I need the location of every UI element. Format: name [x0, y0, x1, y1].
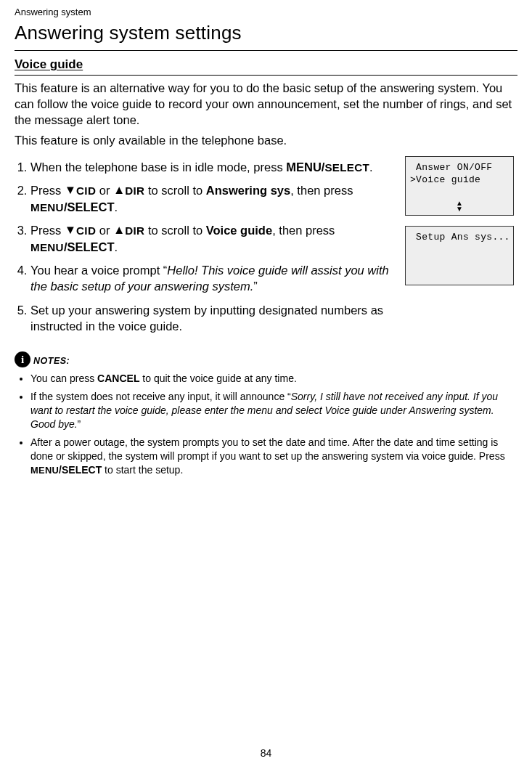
note-2: If the system does not receive any input… — [30, 390, 517, 431]
note-3: After a power outage, the system prompts… — [30, 436, 517, 477]
down-triangle-icon: ▼ — [65, 182, 76, 198]
steps-list: When the telephone base is in idle mode,… — [15, 159, 396, 335]
lcd1-line2: >Voice guide — [410, 174, 509, 187]
page-number: 84 — [0, 746, 532, 760]
step-1: When the telephone base is in idle mode,… — [30, 159, 396, 176]
lcd1-scroll-arrows-icon: ▲▼ — [406, 200, 513, 212]
notes-list: You can press CANCEL to quit the voice g… — [15, 372, 517, 476]
subheading: Voice guide — [15, 57, 517, 73]
lcd-screen-2: Setup Ans sys... — [405, 226, 514, 285]
lcd-screen-1: Answer ON/OFF >Voice guide ▲▼ — [405, 156, 514, 216]
step-5: Set up your answering system by inputtin… — [30, 302, 396, 335]
title-rule — [15, 50, 517, 51]
lcd2-line1: Setup Ans sys... — [410, 231, 509, 244]
intro-paragraph-1: This feature is an alternative way for y… — [15, 80, 517, 129]
intro-paragraph-2: This feature is only available in the te… — [15, 132, 517, 148]
page-title: Answering system settings — [15, 20, 517, 46]
up-triangle-icon: ▲ — [113, 221, 125, 237]
note-1: You can press CANCEL to quit the voice g… — [30, 372, 517, 386]
step-4: You hear a voice prompt “Hello! This voi… — [30, 262, 396, 295]
step-3: Press ▼CID or ▲DIR to scroll to Voice gu… — [30, 222, 396, 255]
lcd1-line1: Answer ON/OFF — [410, 161, 509, 174]
subheading-rule — [15, 75, 517, 76]
breadcrumb: Answering system — [15, 6, 517, 19]
down-triangle-icon: ▼ — [65, 221, 76, 237]
info-icon: i — [15, 351, 30, 367]
up-triangle-icon: ▲ — [113, 182, 125, 198]
step-2: Press ▼CID or ▲DIR to scroll to Answerin… — [30, 182, 396, 215]
notes-label: NOTES: — [33, 355, 70, 367]
